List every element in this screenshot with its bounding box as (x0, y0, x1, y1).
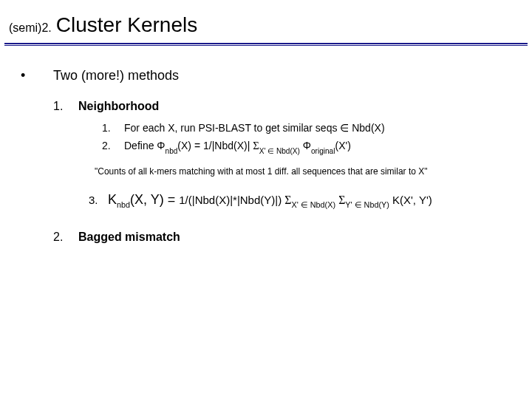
lvl1-item: • Two (more!) methods (21, 68, 511, 83)
lvl1-text: Two (more!) methods (53, 68, 179, 83)
sub: nbd (117, 200, 130, 209)
sub: X' ∈ Nbd(X) (259, 147, 300, 155)
step-num: 1. (102, 120, 124, 135)
t: K(X', Y') (389, 194, 432, 206)
method-1-num: 1. (53, 100, 78, 113)
body: • Two (more!) methods 1. Neighborhood 1.… (0, 46, 532, 244)
bullet-icon: • (21, 68, 53, 83)
method-2-label: Bagged mismatch (78, 231, 180, 244)
method-1-label: Neighborhood (78, 100, 159, 113)
step-formula: Knbd(X, Y) = 1/(|Nbd(X)|*|Nbd(Y)|) ΣX' ∈… (108, 190, 432, 211)
sub: Y' ∈ Nbd(Y) (345, 200, 389, 209)
step-num: 2. (102, 138, 124, 153)
step-formula: Define Φnbd(X) = 1/|Nbd(X)| ΣX' ∈ Nbd(X)… (124, 138, 351, 155)
step-num: 3. (89, 192, 108, 208)
t: (X') (335, 140, 350, 151)
title-rule (4, 43, 528, 44)
t: K (108, 192, 117, 207)
sigma-icon: Σ (253, 140, 259, 151)
method-2: 2. Bagged mismatch (53, 231, 511, 244)
method-1-step-3: 3. Knbd(X, Y) = 1/(|Nbd(X)|*|Nbd(Y)|) ΣX… (89, 190, 511, 211)
slide: (semi)2. Cluster Kernels • Two (more!) m… (0, 0, 532, 399)
title-row: (semi)2. Cluster Kernels (0, 0, 532, 41)
t: (X) = 1/|Nbd(X)| (177, 140, 253, 151)
quote-text: "Counts of all k-mers matching with at m… (95, 166, 511, 177)
method-1-step-1: 1. For each X, run PSI-BLAST to get simi… (102, 120, 511, 135)
step-text: For each X, run PSI-BLAST to get similar… (124, 120, 385, 135)
title-main: Cluster Kernels (56, 13, 197, 37)
title-prefix: (semi)2. (9, 21, 52, 35)
t: Φ (300, 140, 311, 151)
t: (X, Y) = (130, 192, 179, 207)
method-1: 1. Neighborhood (53, 100, 511, 113)
sub: X' ∈ Nbd(X) (292, 200, 335, 209)
sub: nbd (166, 147, 178, 155)
method-2-num: 2. (53, 231, 78, 244)
sigma-icon: Σ (284, 194, 291, 206)
method-1-step-2: 2. Define Φnbd(X) = 1/|Nbd(X)| ΣX' ∈ Nbd… (102, 138, 511, 155)
sigma-icon: Σ (338, 194, 345, 206)
t: Define Φ (124, 140, 166, 151)
t: 1/(|Nbd(X)|*|Nbd(Y)|) (179, 194, 284, 206)
sub: original (311, 147, 335, 155)
